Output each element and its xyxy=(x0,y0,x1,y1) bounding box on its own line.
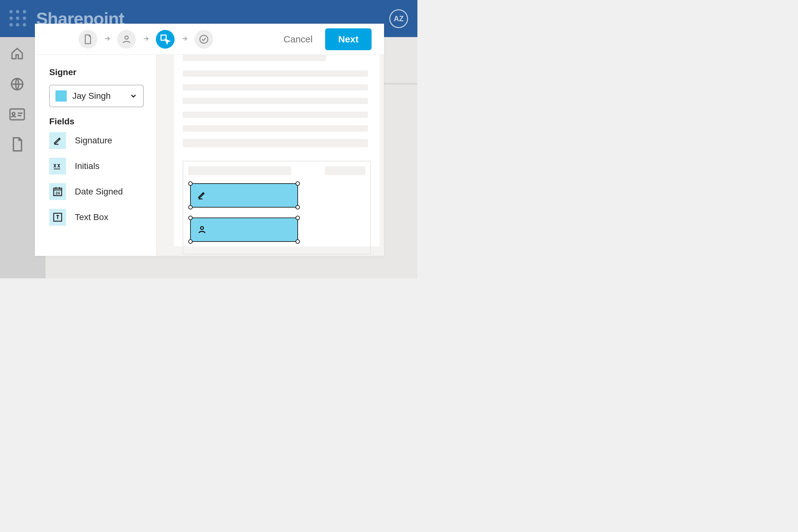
page-icon xyxy=(11,137,23,152)
signature-icon xyxy=(49,132,66,149)
id-card-icon xyxy=(10,108,25,121)
placed-signature-field[interactable] xyxy=(190,183,298,208)
nav-globe[interactable] xyxy=(10,77,25,93)
step-arrow xyxy=(103,35,111,44)
avatar-initials: AZ xyxy=(394,14,404,23)
background-divider xyxy=(384,83,417,84)
arrow-right-icon xyxy=(181,35,188,42)
placeholder-line xyxy=(325,167,365,175)
arrow-right-icon xyxy=(103,35,111,42)
modal-header: Cancel Next xyxy=(35,24,384,55)
resize-handle[interactable] xyxy=(296,216,300,220)
signature-icon xyxy=(197,191,206,200)
field-signature[interactable]: Signature xyxy=(49,132,144,149)
resize-handle[interactable] xyxy=(188,216,193,220)
resize-handle[interactable] xyxy=(296,182,300,186)
signature-modal: Cancel Next Signer Jay Singh Fields Sign… xyxy=(35,24,384,256)
field-initials[interactable]: Initials xyxy=(49,158,144,174)
chevron-down-icon xyxy=(129,92,137,100)
placeholder-line xyxy=(183,98,368,104)
resize-handle[interactable] xyxy=(296,205,300,209)
modal-body: Signer Jay Singh Fields Signature xyxy=(35,55,384,256)
initials-icon xyxy=(49,158,66,174)
place-fields-icon xyxy=(159,34,171,45)
placeholder-line xyxy=(183,139,368,147)
step-review[interactable] xyxy=(194,30,213,49)
svg-text:24: 24 xyxy=(56,191,60,195)
signer-selected-name: Jay Singh xyxy=(72,91,137,101)
field-list: Signature Initials 24 Date Signed xyxy=(49,132,144,226)
resize-handle[interactable] xyxy=(188,239,193,244)
modal-header-actions: Cancel Next xyxy=(284,28,372,50)
field-text-box[interactable]: Text Box xyxy=(49,209,144,226)
check-circle-icon xyxy=(198,34,209,44)
step-people[interactable] xyxy=(117,30,136,49)
home-icon xyxy=(10,47,24,60)
nav-id-card[interactable] xyxy=(10,108,25,122)
field-date-signed[interactable]: 24 Date Signed xyxy=(49,183,144,200)
fields-panel: Signer Jay Singh Fields Signature xyxy=(35,55,156,256)
placeholder-line xyxy=(183,112,368,118)
placeholder-line xyxy=(188,167,291,175)
globe-icon xyxy=(10,77,25,92)
stepper xyxy=(79,30,213,49)
document-page[interactable] xyxy=(174,55,380,247)
person-icon xyxy=(197,225,207,235)
step-arrow xyxy=(142,35,150,44)
field-label: Text Box xyxy=(75,212,108,222)
next-button[interactable]: Next xyxy=(325,28,372,50)
signer-heading: Signer xyxy=(49,67,144,77)
resize-handle[interactable] xyxy=(188,182,193,186)
step-document[interactable] xyxy=(79,30,97,49)
placeholder-line xyxy=(183,84,368,90)
placeholder-line xyxy=(183,55,326,61)
fields-heading: Fields xyxy=(49,117,144,127)
document-area xyxy=(156,55,384,256)
placed-name-field[interactable] xyxy=(190,217,298,242)
nav-document[interactable] xyxy=(11,137,23,153)
cancel-button[interactable]: Cancel xyxy=(284,34,313,44)
step-place-fields[interactable] xyxy=(156,30,174,49)
signer-color-swatch xyxy=(56,90,67,101)
field-label: Initials xyxy=(75,161,99,171)
placeholder-line xyxy=(183,125,368,132)
resize-handle[interactable] xyxy=(188,205,193,209)
avatar[interactable]: AZ xyxy=(390,10,408,28)
resize-handle[interactable] xyxy=(296,239,300,244)
svg-point-5 xyxy=(200,35,208,43)
field-label: Signature xyxy=(75,136,112,146)
apps-grid-icon[interactable] xyxy=(10,10,27,27)
svg-point-3 xyxy=(125,36,129,39)
text-box-icon xyxy=(49,209,66,226)
person-icon xyxy=(121,34,132,44)
signature-region xyxy=(183,161,371,254)
placeholder-line xyxy=(183,71,368,77)
svg-point-2 xyxy=(12,113,15,115)
arrow-right-icon xyxy=(142,35,150,42)
left-nav xyxy=(0,47,34,153)
calendar-icon: 24 xyxy=(49,183,66,200)
svg-point-9 xyxy=(201,227,203,229)
step-arrow xyxy=(181,35,188,44)
signer-select[interactable]: Jay Singh xyxy=(49,85,144,107)
document-icon xyxy=(83,34,92,44)
nav-home[interactable] xyxy=(10,47,24,62)
field-label: Date Signed xyxy=(75,187,123,197)
